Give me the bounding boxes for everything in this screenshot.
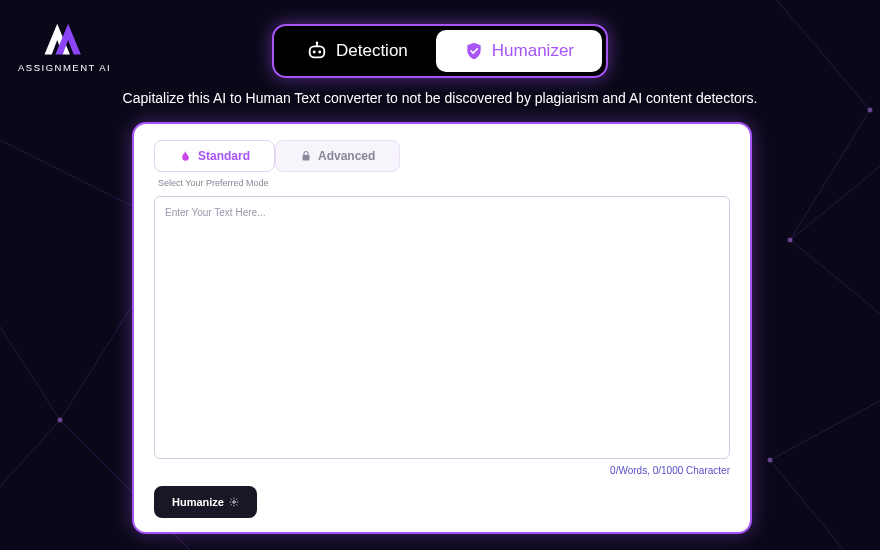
svg-line-8	[790, 150, 880, 240]
svg-rect-16	[310, 46, 325, 57]
svg-point-22	[233, 501, 236, 504]
mode-hint: Select Your Preferred Mode	[158, 178, 730, 188]
logo-icon	[37, 20, 92, 60]
tab-humanizer-label: Humanizer	[492, 41, 574, 61]
svg-point-20	[316, 41, 319, 44]
mode-standard-label: Standard	[198, 149, 250, 163]
svg-point-12	[58, 418, 63, 423]
tab-humanizer[interactable]: Humanizer	[436, 30, 602, 72]
humanize-button[interactable]: Humanize	[154, 486, 257, 518]
svg-line-7	[790, 240, 880, 330]
svg-point-13	[868, 108, 873, 113]
tab-detection[interactable]: Detection	[278, 30, 436, 72]
svg-point-15	[768, 458, 773, 463]
svg-line-4	[0, 280, 60, 420]
tab-detection-label: Detection	[336, 41, 408, 61]
mode-advanced[interactable]: Advanced	[275, 140, 400, 172]
mode-tabs: Standard Advanced	[154, 140, 730, 172]
mode-advanced-label: Advanced	[318, 149, 375, 163]
svg-line-9	[770, 390, 880, 460]
svg-line-5	[760, 0, 870, 110]
logo-text: ASSIGNMENT AI	[18, 62, 111, 73]
svg-point-14	[788, 238, 793, 243]
svg-line-6	[790, 110, 870, 240]
humanize-label: Humanize	[172, 496, 224, 508]
char-counter: 0/Words, 0/1000 Character	[154, 465, 730, 476]
svg-point-18	[318, 50, 321, 53]
gear-icon	[229, 497, 239, 507]
lock-icon	[300, 150, 312, 162]
shield-check-icon	[464, 41, 484, 61]
tagline: Capitalize this AI to Human Text convert…	[123, 90, 758, 106]
flame-icon	[179, 150, 192, 163]
mode-standard[interactable]: Standard	[154, 140, 275, 172]
main-card: Standard Advanced Select Your Preferred …	[132, 122, 752, 534]
text-input[interactable]	[154, 196, 730, 459]
svg-line-10	[770, 460, 860, 550]
svg-line-2	[0, 420, 60, 520]
svg-rect-21	[303, 155, 310, 161]
top-tabs: Detection Humanizer	[272, 24, 608, 78]
svg-point-17	[313, 50, 316, 53]
robot-icon	[306, 40, 328, 62]
brand-logo: ASSIGNMENT AI	[18, 20, 111, 73]
